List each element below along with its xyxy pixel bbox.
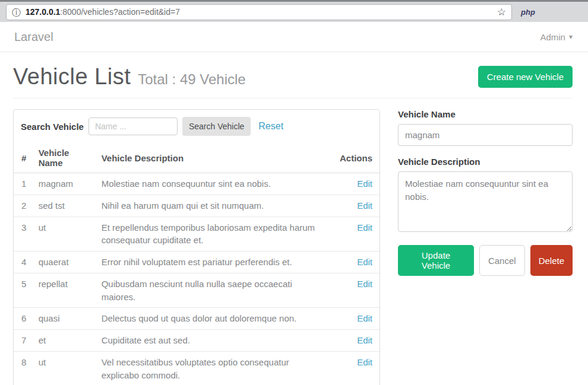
vehicle-name-cell: sed tst	[33, 195, 96, 217]
table-row: 4 quaerat Error nihil voluptatem est par…	[14, 252, 380, 273]
vehicle-description-cell: Delectus quod ut quas dolor aut doloremq…	[96, 308, 334, 330]
vehicle-name-cell: quasi	[33, 308, 96, 330]
table-row: 1 magnam Molestiae nam consequuntur sint…	[14, 173, 380, 195]
column-header-description: Vehicle Description	[96, 143, 334, 173]
page-header: Vehicle List Total : 49 Vehicle Create n…	[13, 64, 573, 90]
admin-dropdown-label: Admin	[540, 32, 565, 42]
title-wrap: Vehicle List Total : 49 Vehicle	[13, 64, 478, 90]
main-content: Vehicle List Total : 49 Vehicle Create n…	[0, 52, 588, 385]
page-title: Vehicle List	[13, 64, 131, 90]
edit-vehicle-form: Vehicle Name Vehicle Description Molesti…	[398, 109, 573, 276]
vehicle-description-label: Vehicle Description	[398, 157, 573, 167]
edit-link[interactable]: Edit	[357, 201, 372, 211]
delete-button[interactable]: Delete	[530, 245, 573, 276]
table-row: 2 sed tst Nihil ea harum quam qui et sit…	[14, 195, 380, 217]
create-new-vehicle-button[interactable]: Create new Vehicle	[478, 66, 573, 88]
edit-link[interactable]: Edit	[357, 222, 372, 233]
bookmark-star-icon[interactable]: ☆	[497, 7, 506, 17]
update-vehicle-button[interactable]: Update Vehicle	[398, 245, 474, 276]
content-columns: Search Vehicle Search Vehicle Reset # Ve…	[13, 109, 573, 385]
vehicle-description-cell: Et repellendus temporibus laboriosam exp…	[96, 217, 334, 252]
row-number-cell: 4	[14, 252, 33, 273]
vehicle-description-cell: Molestiae nam consequuntur sint ea nobis…	[96, 173, 334, 195]
edit-link[interactable]: Edit	[357, 335, 372, 345]
edit-link[interactable]: Edit	[357, 313, 372, 323]
search-form: Search Vehicle Search Vehicle Reset	[14, 110, 380, 143]
url-text: 127.0.0.1:8000/vehicles?action=edit&id=7	[26, 7, 492, 17]
search-label: Search Vehicle	[21, 122, 84, 132]
header-divider	[13, 98, 573, 98]
row-number-cell: 8	[14, 351, 33, 385]
reset-link[interactable]: Reset	[258, 121, 283, 132]
edit-link[interactable]: Edit	[357, 357, 372, 367]
url-path: :8000/vehicles?action=edit&id=7	[60, 7, 180, 17]
column-header-name: Vehicle Name	[33, 143, 96, 173]
url-host: 127.0.0.1	[26, 7, 60, 17]
row-number-cell: 2	[14, 195, 33, 217]
vehicle-description-cell: Vel necessitatibus voluptates optio cons…	[96, 351, 334, 385]
row-number-cell: 1	[14, 173, 33, 195]
vehicle-description-cell: Quibusdam nesciunt nulla nulla saepe occ…	[96, 273, 334, 308]
search-button[interactable]: Search Vehicle	[182, 117, 251, 136]
table-row: 6 quasi Delectus quod ut quas dolor aut …	[14, 308, 380, 330]
vehicle-description-cell: Nihil ea harum quam qui et sit numquam.	[96, 195, 334, 217]
site-info-icon[interactable]: ⓘ	[12, 8, 21, 17]
edit-link[interactable]: Edit	[357, 179, 372, 189]
edit-link[interactable]: Edit	[357, 279, 372, 289]
vehicle-name-cell: ut	[33, 351, 96, 385]
navbar: Laravel Admin ▾	[0, 22, 588, 52]
vehicle-name-input[interactable]	[398, 124, 573, 146]
php-extension-badge[interactable]: php	[521, 8, 535, 17]
vehicle-description-textarea[interactable]: Molestiae nam consequuntur sint ea nobis…	[398, 171, 573, 232]
vehicle-name-label: Vehicle Name	[398, 109, 573, 119]
vehicle-description-cell: Cupiditate est aut sed.	[96, 330, 334, 352]
vehicle-name-cell: et	[33, 330, 96, 352]
edit-link[interactable]: Edit	[357, 257, 372, 267]
row-number-cell: 6	[14, 308, 33, 330]
column-header-num: #	[14, 143, 33, 173]
total-count-subtitle: Total : 49 Vehicle	[138, 71, 245, 88]
vehicle-table-head: # Vehicle Name Vehicle Description Actio…	[14, 143, 380, 173]
vehicle-name-cell: magnam	[33, 173, 96, 195]
row-number-cell: 3	[14, 217, 33, 252]
cancel-button[interactable]: Cancel	[479, 245, 525, 276]
vehicle-name-cell: repellat	[33, 273, 96, 308]
vehicle-name-cell: ut	[33, 217, 96, 252]
table-row: 8 ut Vel necessitatibus voluptates optio…	[14, 351, 380, 385]
vehicle-table: # Vehicle Name Vehicle Description Actio…	[14, 143, 380, 385]
description-form-group: Vehicle Description Molestiae nam conseq…	[398, 157, 573, 234]
vehicle-name-cell: quaerat	[33, 252, 96, 273]
vehicle-description-cell: Error nihil voluptatem est pariatur perf…	[96, 252, 334, 273]
caret-down-icon: ▾	[569, 33, 573, 40]
brand-link[interactable]: Laravel	[14, 30, 53, 44]
admin-dropdown[interactable]: Admin ▾	[540, 32, 573, 42]
table-row: 3 ut Et repellendus temporibus laboriosa…	[14, 217, 380, 252]
form-actions: Update Vehicle Cancel Delete	[398, 245, 573, 276]
name-form-group: Vehicle Name	[398, 109, 573, 146]
table-row: 5 repellat Quibusdam nesciunt nulla null…	[14, 273, 380, 308]
search-input[interactable]	[88, 117, 178, 135]
url-bar[interactable]: ⓘ 127.0.0.1:8000/vehicles?action=edit&id…	[6, 4, 512, 20]
vehicle-list-card: Search Vehicle Search Vehicle Reset # Ve…	[13, 109, 380, 385]
table-row: 7 et Cupiditate est aut sed. Edit	[14, 330, 380, 352]
column-header-actions: Actions	[334, 143, 380, 173]
browser-chrome: ⓘ 127.0.0.1:8000/vehicles?action=edit&id…	[0, 0, 588, 22]
row-number-cell: 5	[14, 273, 33, 308]
vehicle-table-body: 1 magnam Molestiae nam consequuntur sint…	[14, 173, 380, 385]
row-number-cell: 7	[14, 330, 33, 352]
